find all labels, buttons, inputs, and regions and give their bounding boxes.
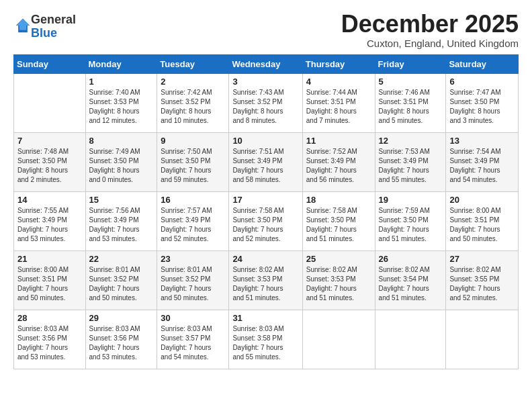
day-number: 27 (449, 254, 515, 264)
day-number: 2 (161, 77, 225, 87)
day-info: Sunrise: 8:00 AM Sunset: 3:51 PM Dayligh… (449, 206, 515, 244)
table-row: 29Sunrise: 8:03 AM Sunset: 3:56 PM Dayli… (85, 310, 157, 369)
day-number: 11 (306, 136, 371, 146)
day-number: 10 (232, 136, 298, 146)
day-number: 26 (379, 254, 443, 264)
table-row: 4Sunrise: 7:44 AM Sunset: 3:51 PM Daylig… (302, 73, 375, 132)
day-number: 17 (232, 195, 298, 205)
month-title: December 2025 (341, 11, 519, 38)
table-row: 1Sunrise: 7:40 AM Sunset: 3:53 PM Daylig… (85, 73, 157, 132)
calendar-week-row: 1Sunrise: 7:40 AM Sunset: 3:53 PM Daylig… (14, 73, 519, 132)
day-number: 29 (89, 313, 154, 323)
day-info: Sunrise: 7:59 AM Sunset: 3:50 PM Dayligh… (379, 206, 443, 244)
day-info: Sunrise: 8:03 AM Sunset: 3:56 PM Dayligh… (89, 324, 154, 362)
day-info: Sunrise: 8:02 AM Sunset: 3:53 PM Dayligh… (232, 265, 298, 303)
day-info: Sunrise: 7:52 AM Sunset: 3:49 PM Dayligh… (306, 147, 371, 185)
table-row: 9Sunrise: 7:50 AM Sunset: 3:50 PM Daylig… (157, 132, 229, 191)
table-row: 20Sunrise: 8:00 AM Sunset: 3:51 PM Dayli… (446, 191, 519, 250)
day-number: 22 (89, 254, 154, 264)
table-row (14, 73, 86, 132)
day-info: Sunrise: 7:58 AM Sunset: 3:50 PM Dayligh… (306, 206, 371, 244)
day-info: Sunrise: 8:02 AM Sunset: 3:53 PM Dayligh… (306, 265, 371, 303)
svg-marker-1 (16, 19, 30, 30)
logo-blue-text: Blue (31, 26, 57, 40)
table-row: 17Sunrise: 7:58 AM Sunset: 3:50 PM Dayli… (229, 191, 302, 250)
table-row: 22Sunrise: 8:01 AM Sunset: 3:52 PM Dayli… (85, 250, 157, 310)
day-number: 16 (161, 195, 225, 205)
day-number: 5 (379, 77, 443, 87)
day-info: Sunrise: 8:01 AM Sunset: 3:52 PM Dayligh… (89, 265, 154, 303)
day-info: Sunrise: 7:44 AM Sunset: 3:51 PM Dayligh… (306, 88, 371, 126)
col-friday: Friday (375, 54, 446, 73)
day-info: Sunrise: 7:58 AM Sunset: 3:50 PM Dayligh… (232, 206, 298, 244)
day-number: 15 (89, 195, 154, 205)
day-info: Sunrise: 8:02 AM Sunset: 3:54 PM Dayligh… (379, 265, 443, 303)
day-info: Sunrise: 8:02 AM Sunset: 3:55 PM Dayligh… (449, 265, 515, 303)
day-info: Sunrise: 7:55 AM Sunset: 3:49 PM Dayligh… (17, 206, 82, 244)
table-row: 12Sunrise: 7:53 AM Sunset: 3:49 PM Dayli… (375, 132, 446, 191)
day-info: Sunrise: 7:51 AM Sunset: 3:49 PM Dayligh… (232, 147, 298, 185)
day-number: 6 (449, 77, 515, 87)
day-number: 23 (161, 254, 225, 264)
col-tuesday: Tuesday (157, 54, 229, 73)
table-row: 30Sunrise: 8:03 AM Sunset: 3:57 PM Dayli… (157, 310, 229, 369)
col-monday: Monday (85, 54, 157, 73)
col-thursday: Thursday (302, 54, 375, 73)
day-number: 8 (89, 136, 154, 146)
calendar-table: Sunday Monday Tuesday Wednesday Thursday… (13, 54, 519, 369)
day-number: 9 (161, 136, 225, 146)
title-block: December 2025 Cuxton, England, United Ki… (341, 11, 519, 49)
table-row: 6Sunrise: 7:47 AM Sunset: 3:50 PM Daylig… (446, 73, 519, 132)
logo-general-text: General (31, 13, 76, 26)
calendar-week-row: 28Sunrise: 8:03 AM Sunset: 3:56 PM Dayli… (14, 310, 519, 369)
day-info: Sunrise: 7:50 AM Sunset: 3:50 PM Dayligh… (161, 147, 225, 185)
table-row: 28Sunrise: 8:03 AM Sunset: 3:56 PM Dayli… (14, 310, 86, 369)
logo: General Blue (13, 13, 76, 40)
day-info: Sunrise: 7:46 AM Sunset: 3:51 PM Dayligh… (379, 88, 443, 126)
location: Cuxton, England, United Kingdom (341, 38, 519, 49)
day-info: Sunrise: 7:53 AM Sunset: 3:49 PM Dayligh… (379, 147, 443, 185)
table-row (302, 310, 375, 369)
day-info: Sunrise: 7:47 AM Sunset: 3:50 PM Dayligh… (449, 88, 515, 126)
calendar-week-row: 7Sunrise: 7:48 AM Sunset: 3:50 PM Daylig… (14, 132, 519, 191)
day-number: 21 (17, 254, 82, 264)
table-row (375, 310, 446, 369)
day-info: Sunrise: 7:48 AM Sunset: 3:50 PM Dayligh… (17, 147, 82, 185)
table-row: 5Sunrise: 7:46 AM Sunset: 3:51 PM Daylig… (375, 73, 446, 132)
day-info: Sunrise: 7:40 AM Sunset: 3:53 PM Dayligh… (89, 88, 154, 126)
table-row: 31Sunrise: 8:03 AM Sunset: 3:58 PM Dayli… (229, 310, 302, 369)
table-row: 11Sunrise: 7:52 AM Sunset: 3:49 PM Dayli… (302, 132, 375, 191)
table-row: 23Sunrise: 8:01 AM Sunset: 3:52 PM Dayli… (157, 250, 229, 310)
col-saturday: Saturday (446, 54, 519, 73)
day-number: 30 (161, 313, 225, 323)
table-row: 10Sunrise: 7:51 AM Sunset: 3:49 PM Dayli… (229, 132, 302, 191)
table-row: 3Sunrise: 7:43 AM Sunset: 3:52 PM Daylig… (229, 73, 302, 132)
calendar-week-row: 21Sunrise: 8:00 AM Sunset: 3:51 PM Dayli… (14, 250, 519, 310)
calendar-week-row: 14Sunrise: 7:55 AM Sunset: 3:49 PM Dayli… (14, 191, 519, 250)
table-row (446, 310, 519, 369)
day-info: Sunrise: 7:42 AM Sunset: 3:52 PM Dayligh… (161, 88, 225, 126)
day-info: Sunrise: 7:54 AM Sunset: 3:49 PM Dayligh… (449, 147, 515, 185)
day-number: 1 (89, 77, 154, 87)
table-row: 14Sunrise: 7:55 AM Sunset: 3:49 PM Dayli… (14, 191, 86, 250)
day-info: Sunrise: 8:03 AM Sunset: 3:57 PM Dayligh… (161, 324, 225, 362)
day-number: 13 (449, 136, 515, 146)
day-info: Sunrise: 8:00 AM Sunset: 3:51 PM Dayligh… (17, 265, 82, 303)
day-number: 14 (17, 195, 82, 205)
day-number: 28 (17, 313, 82, 323)
day-number: 7 (17, 136, 82, 146)
day-number: 18 (306, 195, 371, 205)
table-row: 25Sunrise: 8:02 AM Sunset: 3:53 PM Dayli… (302, 250, 375, 310)
col-wednesday: Wednesday (229, 54, 302, 73)
table-row: 26Sunrise: 8:02 AM Sunset: 3:54 PM Dayli… (375, 250, 446, 310)
table-row: 7Sunrise: 7:48 AM Sunset: 3:50 PM Daylig… (14, 132, 86, 191)
day-number: 3 (232, 77, 298, 87)
table-row: 19Sunrise: 7:59 AM Sunset: 3:50 PM Dayli… (375, 191, 446, 250)
day-info: Sunrise: 8:01 AM Sunset: 3:52 PM Dayligh… (161, 265, 225, 303)
day-number: 31 (232, 313, 298, 323)
header: General Blue December 2025 Cuxton, Engla… (13, 11, 519, 49)
calendar-header-row: Sunday Monday Tuesday Wednesday Thursday… (14, 54, 519, 73)
day-info: Sunrise: 7:49 AM Sunset: 3:50 PM Dayligh… (89, 147, 154, 185)
table-row: 16Sunrise: 7:57 AM Sunset: 3:49 PM Dayli… (157, 191, 229, 250)
col-sunday: Sunday (14, 54, 86, 73)
